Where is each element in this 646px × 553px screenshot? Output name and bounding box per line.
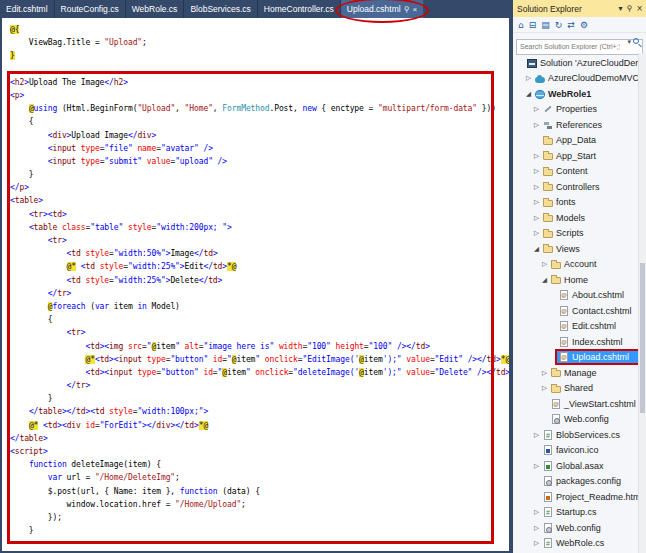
code-line: </p>: [10, 181, 509, 194]
tab-homecontroller-cs[interactable]: HomeController.cs: [258, 0, 341, 18]
collapse-all-icon[interactable]: ⊟: [529, 20, 537, 30]
tree-item-favicon-ico[interactable]: favicon.ico: [513, 443, 638, 459]
tab-routeconfig-cs[interactable]: RouteConfig.cs: [55, 0, 126, 18]
pin-icon[interactable]: ⚲: [404, 5, 410, 14]
folder-icon: [551, 370, 561, 377]
config-file-icon: [544, 523, 552, 533]
tree-item-label: Global.asax: [556, 461, 604, 471]
tree-item-label: App_Start: [556, 151, 596, 161]
close-icon[interactable]: ×: [412, 5, 417, 14]
chevron-collapsed-icon[interactable]: ▷: [532, 539, 541, 547]
code-line: </tr>: [10, 379, 509, 392]
tree-item-home[interactable]: ◢Home: [513, 272, 638, 288]
tab-upload-cshtml[interactable]: Upload.cshtml⚲×: [341, 0, 424, 18]
chevron-collapsed-icon[interactable]: ▷: [532, 462, 541, 470]
tree-item-about-cshtml[interactable]: About.cshtml: [513, 288, 638, 304]
code-line: @* <td><div id="ForEdit"></div></td>*@: [10, 419, 509, 432]
chevron-collapsed-icon[interactable]: ▷: [532, 152, 541, 160]
close-icon[interactable]: ×: [636, 4, 643, 13]
tree-item-web-config[interactable]: ▷Web.config: [513, 520, 638, 536]
home-icon[interactable]: ⌂: [518, 20, 524, 30]
chevron-collapsed-icon[interactable]: ▷: [532, 167, 541, 175]
chevron-collapsed-icon[interactable]: ▷: [532, 105, 541, 113]
tree-item-models[interactable]: ▷Models: [513, 210, 638, 226]
tree-item-contact-cshtml[interactable]: Contact.cshtml: [513, 303, 638, 319]
chevron-collapsed-icon[interactable]: ▷: [532, 214, 541, 222]
scrollbar[interactable]: [638, 53, 646, 553]
code-line: window.location.href = "/Home/Upload";: [10, 498, 509, 511]
sync-with-active-document-icon[interactable]: ⇄: [567, 20, 575, 30]
azure-project-icon: [535, 77, 545, 83]
tree-item-viewstart-cshtml[interactable]: _ViewStart.cshtml: [513, 396, 638, 412]
window-position-dropdown-icon[interactable]: ▾: [618, 4, 622, 13]
tab-label: RouteConfig.cs: [61, 4, 119, 14]
chevron-collapsed-icon[interactable]: ▷: [532, 121, 541, 129]
tree-item-shared[interactable]: ▷Shared: [513, 381, 638, 397]
razor-file-icon: [552, 399, 560, 409]
code-line: <div>Upload Image</div>: [10, 129, 509, 142]
tree-item-fonts[interactable]: ▷fonts: [513, 195, 638, 211]
chevron-collapsed-icon[interactable]: ▷: [532, 508, 541, 516]
tree-item-packages-config[interactable]: packages.config: [513, 474, 638, 490]
chevron-expanded-icon[interactable]: ◢: [524, 90, 533, 98]
code-line: @foreach (var item in Model): [10, 300, 509, 313]
code-editor[interactable]: @{ ViewBag.Title = "Upload";} <h2>Upload…: [2, 18, 509, 551]
config-file-icon: [552, 414, 560, 424]
tree-item-label: Contact.cshtml: [572, 306, 632, 316]
tree-item-web-config[interactable]: Web.config: [513, 412, 638, 428]
properties-gear-icon[interactable]: ⚙: [580, 20, 588, 30]
tree-item-webrole-cs[interactable]: ▷WebRole.cs: [513, 536, 638, 552]
chevron-collapsed-icon[interactable]: ▷: [532, 229, 541, 237]
code-line: {: [10, 115, 509, 128]
refresh-icon[interactable]: ↻: [555, 20, 563, 30]
code-line: <tr><td>: [10, 208, 509, 221]
code-line: var url = "/Home/DeleteImg";: [10, 471, 509, 484]
chevron-expanded-icon[interactable]: ◢: [540, 276, 549, 284]
tree-item-views[interactable]: ◢Views: [513, 241, 638, 257]
chevron-collapsed-icon[interactable]: ▷: [540, 260, 549, 268]
tree-item-references[interactable]: ▷References: [513, 117, 638, 133]
tree-item-app-data[interactable]: App_Data: [513, 133, 638, 149]
chevron-expanded-icon[interactable]: ◢: [532, 245, 541, 253]
show-all-files-icon[interactable]: ▤: [541, 20, 550, 30]
tree-item-solution-azureclouddemomvc-2[interactable]: Solution 'AzureCloudDemoMVC' (2: [513, 55, 638, 71]
tree-item-index-cshtml[interactable]: Index.cshtml: [513, 334, 638, 350]
tab-blobservices-cs[interactable]: BlobServices.cs: [184, 0, 257, 18]
search-dropdown-icon[interactable]: ▾: [627, 38, 631, 46]
tab-edit-cshtml[interactable]: Edit.cshtml: [0, 0, 55, 18]
tree-item-webrole1[interactable]: ◢WebRole1: [513, 86, 638, 102]
tree-item-azureclouddemomvc[interactable]: ▷AzureCloudDemoMVC: [513, 71, 638, 87]
tree-item-manage[interactable]: ▷Manage: [513, 365, 638, 381]
tree-item-blobservices-cs[interactable]: ▷BlobServices.cs: [513, 427, 638, 443]
tree-item-controllers[interactable]: ▷Controllers: [513, 179, 638, 195]
tree-item-label: favicon.ico: [556, 445, 599, 455]
tree-item-startup-cs[interactable]: ▷Startup.cs: [513, 505, 638, 521]
tree-item-app-start[interactable]: ▷App_Start: [513, 148, 638, 164]
tree-item-scripts[interactable]: ▷Scripts: [513, 226, 638, 242]
tree-item-label: Web.config: [556, 523, 601, 533]
chevron-collapsed-icon[interactable]: ▷: [540, 369, 549, 377]
scrollbar-thumb[interactable]: [640, 263, 645, 413]
folder-icon: [543, 200, 553, 207]
tab-webrole-cs[interactable]: WebRole.cs: [126, 0, 185, 18]
chevron-collapsed-icon[interactable]: ▷: [532, 431, 541, 439]
tree-item-label: Controllers: [556, 182, 600, 192]
chevron-collapsed-icon[interactable]: ▷: [524, 74, 533, 82]
tree-item-global-asax[interactable]: ▷Global.asax: [513, 458, 638, 474]
chevron-collapsed-icon[interactable]: ▷: [532, 524, 541, 532]
chevron-collapsed-icon[interactable]: ▷: [532, 183, 541, 191]
tree-item-upload-cshtml[interactable]: Upload.cshtml: [513, 350, 638, 366]
tree-item-project-readme-html[interactable]: Project_Readme.html: [513, 489, 638, 505]
tree-item-edit-cshtml[interactable]: Edit.cshtml: [513, 319, 638, 335]
chevron-collapsed-icon[interactable]: ▷: [532, 198, 541, 206]
tree-item-label: packages.config: [556, 476, 621, 486]
pin-icon[interactable]: ⚲: [626, 4, 632, 13]
tree-item-label: Content: [556, 166, 588, 176]
tree-item-account[interactable]: ▷Account: [513, 257, 638, 273]
chevron-collapsed-icon[interactable]: ▷: [540, 384, 549, 392]
tree-item-content[interactable]: ▷Content: [513, 164, 638, 180]
tree-item-properties[interactable]: ▷Properties: [513, 102, 638, 118]
solution-explorer-panel: Solution Explorer ▾ ⚲ × ⌂⊟▤↻⇄⚙ ▾ Solutio…: [513, 0, 646, 553]
code-line: <input type="submit" value="upload" />: [10, 155, 509, 168]
code-line: <p>: [10, 89, 509, 102]
